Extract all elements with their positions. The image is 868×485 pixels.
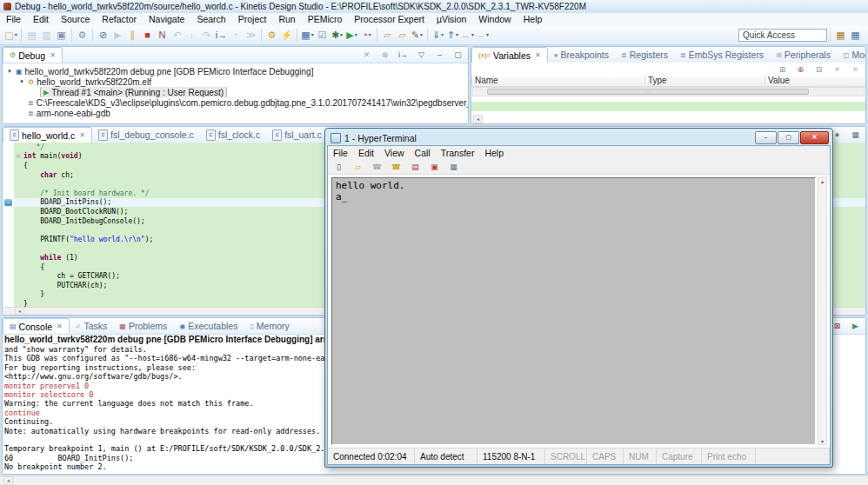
pe-settings-button[interactable]: ⚙ [264,27,279,43]
menu-edit[interactable]: Edit [27,14,55,24]
scroll-down-arrow-icon[interactable]: ▾ [821,438,824,444]
dropdown-arrow-icon[interactable]: ▾ [355,27,357,43]
editor-tab-close-icon[interactable]: ✕ [79,131,85,139]
menu-refactor[interactable]: Refactor [96,14,143,24]
column-header-name[interactable]: Name [475,76,498,85]
debug-perspective-button[interactable]: ▦ [848,27,863,43]
dropdown-arrow-icon[interactable]: ▾ [340,27,343,43]
disconnect-all-button[interactable]: ⊗ [377,47,392,63]
expander-icon[interactable]: ▾ [6,68,13,75]
debug-button[interactable]: ✱▾ [330,27,344,43]
bottom-scroll-left-arrow-icon[interactable]: ◂ [3,476,13,485]
scroll-up-arrow-icon[interactable]: ▴ [821,178,824,184]
flash-programmer-button[interactable]: ▦▾ [300,27,315,43]
status-caps[interactable]: CAPS [587,448,624,464]
status-connected-0-02-04[interactable]: Connected 0:02:04 [328,448,415,464]
variables-tab-close-icon[interactable]: ✕ [535,51,541,59]
menu-help[interactable]: Help [517,14,549,24]
hyperterminal-window[interactable]: 1 - HyperTerminal ‒ ▢ ✕ FileEditViewCall… [324,128,833,468]
variables-hscrollbar[interactable]: ··· [472,87,865,96]
collapse-all-button[interactable]: ⊟ [811,62,826,77]
dropdown-arrow-icon[interactable]: ▾ [441,27,444,43]
display-console-button[interactable]: ▶ [848,318,863,334]
console-tab-console[interactable]: ▤Console✕ [3,318,70,334]
variables-tab-breakpoints[interactable]: ●Breakpoints [548,47,615,63]
receive-file-button[interactable]: ▣ [427,159,442,175]
new-wizard-button[interactable]: ▢▾ [3,27,18,43]
ht-menu-edit[interactable]: Edit [353,148,379,158]
dropdown-arrow-icon[interactable]: ▾ [369,27,371,43]
status-scroll[interactable]: SCROLL [545,448,587,464]
menu-processor-expert[interactable]: Processor Expert [348,14,431,24]
print-button[interactable]: ▣ [54,27,69,43]
editor-tab-fsl-debug-console-c[interactable]: cfsl_debug_console.c [92,127,200,143]
editor-tab-fsl-clock-c[interactable]: cfsl_clock.c [200,127,266,143]
status-auto-detect[interactable]: Auto detect [415,448,477,464]
open-project-button[interactable]: ▱ [380,27,395,43]
select-config-button[interactable]: ☑ [315,27,330,43]
dropdown-arrow-icon[interactable]: ▾ [471,27,474,43]
ht-menu-help[interactable]: Help [479,148,509,158]
forward-button[interactable]: →▾ [475,27,490,43]
fold-marker-icon[interactable]: ⊖ [14,153,23,160]
watch-expression-button[interactable]: ✦ [830,62,845,77]
menu-window[interactable]: Window [472,14,517,24]
properties-button[interactable]: ▦ [446,159,461,175]
menu-file[interactable]: File [0,14,27,24]
skip-breakpoints-button[interactable]: ⊘ [96,27,110,43]
editor-tab-fsl-uart-c[interactable]: cfsl_uart.c [266,127,328,143]
dropdown-arrow-icon[interactable]: ▾ [15,27,17,43]
add-watch-button[interactable]: ⊕ [793,62,808,77]
terminal-vscrollbar[interactable]: ▴ ▾ [818,177,827,445]
status-capture[interactable]: Capture [657,448,702,464]
call-button[interactable]: ☎ [370,159,384,175]
close-button[interactable]: ✕ [800,131,829,144]
minimize-button[interactable]: ‒ [432,47,447,63]
menu-source[interactable]: Source [55,14,96,24]
view-menu-button[interactable]: ▽ [414,47,429,63]
remove-all-terminated-button[interactable]: ✕ [359,47,374,63]
build-button[interactable]: ⚙ [75,27,90,43]
remove-selected-button[interactable]: ✕ [848,62,863,77]
status-115200-8-n-1[interactable]: 115200 8-N-1 [477,448,545,464]
console-tab-tasks[interactable]: ✓Tasks [70,318,114,334]
menu-run[interactable]: Run [272,14,301,24]
suspend-button[interactable]: ∥ [125,27,140,43]
status-num[interactable]: NUM [624,448,657,464]
column-header-type[interactable]: Type [648,76,667,85]
grid-view-button[interactable]: ▦ [848,127,863,143]
debug-tree-row[interactable]: ▾▣hello_world_twrkv58f220m debug pne [GD… [3,66,468,76]
ht-menu-call[interactable]: Call [410,148,436,158]
column-header-value[interactable]: Value [768,76,790,85]
bottom-hscrollbar[interactable]: ◂ [0,475,868,485]
ht-menu-file[interactable]: File [328,148,353,158]
console-tab-executables[interactable]: ◉Executables [173,318,244,334]
menu-project[interactable]: Project [232,14,273,24]
quick-access-input[interactable] [738,29,827,42]
ht-menu-transfer[interactable]: Transfer [436,148,480,158]
debug-tree-row[interactable]: ≣C:\Freescale\KDS_v3\eclipse\plugins\com… [3,97,468,108]
window-titlebar[interactable]: Debug - hello_world_twrkv58f220m/source/… [0,0,868,13]
variables-tab-registers[interactable]: ≣Registers [615,47,674,63]
variables-tab-embsys-registers[interactable]: ≣EmbSys Registers [674,47,770,63]
profile-button[interactable]: ◔▾ [359,27,374,43]
menu-navigate[interactable]: Navigate [143,14,190,24]
console-tab-problems[interactable]: ▦Problems [113,318,173,334]
menu-search[interactable]: Search [190,14,231,24]
dropdown-arrow-icon[interactable]: ▾ [486,27,489,43]
terminal-screen[interactable]: hello world.a_ [331,177,816,445]
console-tab-close-icon[interactable]: ✕ [57,322,63,330]
dropdown-arrow-icon[interactable]: ▾ [311,27,314,43]
terminate-button[interactable]: ■ [140,27,155,43]
debug-tab-debug[interactable]: ⚙Debug✕ [3,47,63,63]
maximize-button[interactable]: ▢ [451,47,465,63]
flash-from-file-button[interactable]: ⚡ [279,27,294,43]
debug-tree-row[interactable]: ▾⚙hello_world_twrkv58f220m.elf [3,76,468,87]
annotate-button[interactable]: ✎▾ [410,27,424,43]
run-button[interactable]: ▶▾ [344,27,359,43]
open-file-button[interactable]: ▱ [395,27,410,43]
disconnect-button[interactable]: ☎ [389,159,404,175]
instruction-stepping-mode-button[interactable]: i→ [396,47,411,63]
menu-pemicro[interactable]: PEMicro [302,14,349,24]
show-type-names-button[interactable]: ⊞ [775,62,790,77]
